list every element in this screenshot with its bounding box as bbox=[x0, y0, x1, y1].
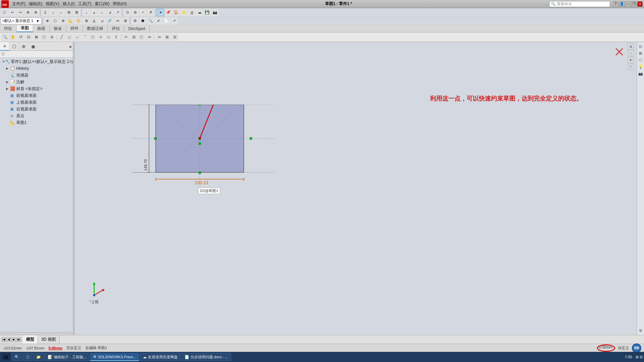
taskbar-notepad[interactable]: 📝 编辑贴子 - 工程版... bbox=[45, 353, 89, 361]
sketch-text-btn[interactable]: T bbox=[112, 34, 120, 41]
tree-item-front-plane[interactable]: ▣ 前视基准面 bbox=[0, 92, 73, 99]
arrow-button[interactable]: ↗ bbox=[114, 9, 121, 16]
panel-tab-color[interactable]: ◉ bbox=[28, 42, 38, 51]
dim-btn[interactable]: Δ bbox=[90, 17, 98, 25]
sketch-drawing[interactable]: 230.23 148.79 bbox=[132, 105, 274, 189]
config-btn[interactable]: ⚙ bbox=[131, 17, 139, 25]
rp-view-btn[interactable]: ⊡ bbox=[638, 43, 644, 49]
triangle-button[interactable]: ⊿ bbox=[106, 9, 113, 16]
tab-evaluate[interactable]: 评估 bbox=[108, 25, 124, 32]
diamond2-button[interactable]: ⬧ bbox=[90, 9, 98, 16]
sum-button[interactable]: Σ bbox=[42, 9, 49, 16]
zoom-btn[interactable]: 🔍 bbox=[1, 34, 9, 41]
scroll-right-btn[interactable]: ▶ bbox=[12, 337, 16, 342]
custom-label[interactable]: 自定义 bbox=[618, 345, 629, 350]
taskbar-word[interactable]: 📄 分步说明问题.docx - ... bbox=[181, 353, 231, 361]
panel-tab-tree[interactable]: ≡ bbox=[0, 42, 9, 51]
sketch-circle-btn[interactable]: ○ bbox=[73, 34, 81, 41]
mirror-btn[interactable]: ⇔ bbox=[114, 17, 121, 25]
tab-dimxpert[interactable]: DimXpert bbox=[124, 25, 150, 32]
display-rel-btn[interactable]: ⊟ bbox=[171, 34, 178, 41]
tree-item-annotations[interactable]: ▶ 📝 注解 bbox=[0, 79, 73, 85]
home-button[interactable]: 🏠 bbox=[172, 9, 180, 16]
view-options-btn[interactable]: ⊞ bbox=[628, 43, 634, 49]
smart-dim-btn[interactable]: ⇔ bbox=[155, 34, 163, 41]
eye-btn[interactable]: 👁 bbox=[44, 17, 51, 25]
panel-tab-props[interactable]: ⬡ bbox=[9, 42, 19, 51]
panel-expand-button[interactable]: ◀ bbox=[67, 42, 73, 51]
diamond1-button[interactable]: ⬦ bbox=[83, 9, 90, 16]
zoom-fit-btn[interactable]: ⊠ bbox=[33, 34, 40, 41]
dotted-button[interactable]: ⊛ bbox=[131, 9, 139, 16]
check-button[interactable]: ✓ bbox=[139, 9, 147, 16]
taskbar-search[interactable]: 🔍 bbox=[12, 353, 22, 361]
analyze-btn[interactable]: 🔍 bbox=[147, 17, 154, 25]
tree-item-origin[interactable]: ⊕ 原点 bbox=[0, 112, 73, 119]
sketch-arc-btn[interactable]: ⌒ bbox=[81, 34, 89, 41]
panel-bottom-handle[interactable] bbox=[0, 332, 73, 335]
redo-button[interactable]: ↪ bbox=[16, 9, 24, 16]
camera-btn[interactable]: 📷 bbox=[211, 9, 219, 16]
menu-insert[interactable]: 插入(I) bbox=[61, 1, 76, 7]
panel-tab-config[interactable]: ⊕ bbox=[19, 42, 28, 51]
sketch-mirror-btn[interactable]: ⇔ bbox=[146, 34, 153, 41]
cloud-button[interactable]: ☁ bbox=[196, 9, 203, 16]
help-button[interactable]: ? bbox=[613, 1, 618, 7]
display-style-btn[interactable]: □ bbox=[628, 50, 634, 56]
start-button[interactable]: ⊞ bbox=[1, 353, 11, 361]
user-button[interactable]: 👤 bbox=[619, 1, 624, 7]
select-button[interactable]: ➤ bbox=[157, 9, 164, 16]
share-btn[interactable]: ↗ bbox=[170, 17, 178, 25]
scroll-left-btn[interactable]: ◀ bbox=[6, 337, 11, 342]
tree-item-root[interactable]: ▼ 🔧 零件1 (默认<<默认>_显示状态 1>) bbox=[0, 58, 73, 65]
rp-settings-btn[interactable]: ⚙ bbox=[638, 327, 644, 334]
menu-file[interactable]: 文件(F) bbox=[11, 1, 27, 7]
fit-btn[interactable]: ⊡ bbox=[25, 34, 32, 41]
menu-window[interactable]: 窗口(W) bbox=[93, 1, 111, 7]
rp-camera-btn[interactable]: 📷 bbox=[638, 70, 644, 77]
pan-btn[interactable]: ✋ bbox=[9, 34, 17, 41]
diamond3-button[interactable]: ⬨ bbox=[98, 9, 106, 16]
menu-edit[interactable]: 编辑(E) bbox=[27, 1, 44, 7]
scroll-left-start-btn[interactable]: |◀ bbox=[1, 337, 6, 342]
add-rel-btn[interactable]: ⊞ bbox=[163, 34, 171, 41]
tree-item-sketch1[interactable]: 📐 草图1 bbox=[0, 119, 73, 126]
sketch-poly-btn[interactable]: ⬡ bbox=[89, 34, 96, 41]
drawing-btn[interactable]: 📐 bbox=[67, 17, 74, 25]
circle-button[interactable]: ⊙ bbox=[124, 9, 131, 16]
tab-migration[interactable]: 数据迁移 bbox=[83, 25, 108, 32]
tree-item-top-plane[interactable]: ▣ 上视基准面 bbox=[0, 99, 73, 106]
sketch-trim-btn[interactable]: ✂ bbox=[122, 34, 130, 41]
sketch-ellipse-btn[interactable]: ⬭ bbox=[105, 34, 112, 41]
save-button[interactable]: 💾 bbox=[203, 9, 211, 16]
menu-tools[interactable]: 工具(T) bbox=[77, 1, 93, 7]
doc-btn[interactable]: 📄 bbox=[163, 17, 170, 25]
rebuild-button[interactable]: ⊕ bbox=[24, 9, 31, 16]
rotate-btn[interactable]: ↺ bbox=[17, 34, 24, 41]
grid-button[interactable]: ⊞ bbox=[65, 9, 72, 16]
menu-view[interactable]: 视图(V) bbox=[44, 1, 61, 7]
taskbar-baidu[interactable]: ☁ 欢迎使用百度网盘 bbox=[140, 353, 181, 361]
rp-lights-btn[interactable]: 💡 bbox=[638, 64, 644, 70]
rp-section-btn[interactable]: ⊠ bbox=[638, 50, 644, 56]
display-state-dropdown[interactable]: <默认> 显示状态 1 ▼ bbox=[1, 18, 41, 24]
tab-btn[interactable]: ⬟ bbox=[139, 17, 147, 25]
3dview-tab[interactable]: 3D 视图 bbox=[38, 335, 60, 344]
sketch-rect-btn[interactable]: □ bbox=[66, 34, 73, 41]
arrow-lr-button[interactable]: ↔ bbox=[57, 9, 65, 16]
link-btn[interactable]: 🔗 bbox=[106, 17, 113, 25]
new-button[interactable]: ⬡ bbox=[1, 9, 8, 16]
xgrid-button[interactable]: ⊠ bbox=[73, 9, 80, 16]
tab-weldment[interactable]: 焊件 bbox=[66, 25, 83, 32]
ref-btn[interactable]: ⊞ bbox=[83, 17, 90, 25]
tree-item-right-plane[interactable]: ▣ 右视基准面 bbox=[0, 106, 73, 112]
tree-item-material[interactable]: ▶ 🧱 材质 <未指定> bbox=[0, 85, 73, 92]
rel-btn[interactable]: ⊿ bbox=[98, 17, 106, 25]
tab-feature[interactable]: 特征 bbox=[0, 25, 17, 32]
x-button[interactable]: ✗ bbox=[147, 9, 154, 16]
minimize-button[interactable]: ─ bbox=[625, 1, 630, 7]
arrow-up-button[interactable]: ↕ bbox=[49, 9, 57, 16]
pin-button[interactable]: 📌 bbox=[165, 9, 172, 16]
taskbar-explorer[interactable]: 📁 bbox=[33, 353, 44, 361]
sketch-convert-btn[interactable]: ⬡ bbox=[138, 34, 145, 41]
